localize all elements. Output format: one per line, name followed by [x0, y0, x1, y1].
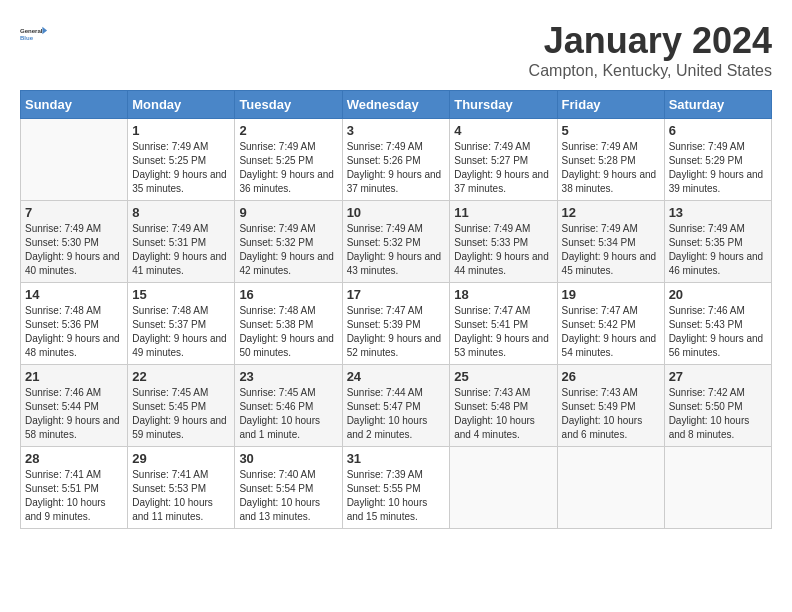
- day-daylight: Daylight: 9 hours and 37 minutes.: [347, 169, 442, 194]
- day-number: 1: [132, 123, 230, 138]
- calendar-cell: 20 Sunrise: 7:46 AM Sunset: 5:43 PM Dayl…: [664, 283, 771, 365]
- day-number: 20: [669, 287, 767, 302]
- calendar-cell: 7 Sunrise: 7:49 AM Sunset: 5:30 PM Dayli…: [21, 201, 128, 283]
- day-number: 27: [669, 369, 767, 384]
- day-sunrise: Sunrise: 7:49 AM: [239, 141, 315, 152]
- day-sunrise: Sunrise: 7:49 AM: [669, 141, 745, 152]
- day-sunset: Sunset: 5:25 PM: [239, 155, 313, 166]
- day-sunset: Sunset: 5:34 PM: [562, 237, 636, 248]
- header: GeneralBlue January 2024 Campton, Kentuc…: [20, 20, 772, 80]
- calendar-cell: 3 Sunrise: 7:49 AM Sunset: 5:26 PM Dayli…: [342, 119, 450, 201]
- day-sunrise: Sunrise: 7:43 AM: [562, 387, 638, 398]
- day-sunset: Sunset: 5:44 PM: [25, 401, 99, 412]
- day-sunset: Sunset: 5:29 PM: [669, 155, 743, 166]
- day-number: 11: [454, 205, 552, 220]
- day-daylight: Daylight: 9 hours and 58 minutes.: [25, 415, 120, 440]
- day-sunset: Sunset: 5:55 PM: [347, 483, 421, 494]
- day-number: 29: [132, 451, 230, 466]
- day-daylight: Daylight: 9 hours and 52 minutes.: [347, 333, 442, 358]
- day-sunrise: Sunrise: 7:40 AM: [239, 469, 315, 480]
- day-sunrise: Sunrise: 7:47 AM: [562, 305, 638, 316]
- day-sunset: Sunset: 5:28 PM: [562, 155, 636, 166]
- calendar-cell: 2 Sunrise: 7:49 AM Sunset: 5:25 PM Dayli…: [235, 119, 342, 201]
- calendar-cell: [450, 447, 557, 529]
- day-sunrise: Sunrise: 7:47 AM: [454, 305, 530, 316]
- day-number: 30: [239, 451, 337, 466]
- calendar-cell: 10 Sunrise: 7:49 AM Sunset: 5:32 PM Dayl…: [342, 201, 450, 283]
- day-sunset: Sunset: 5:45 PM: [132, 401, 206, 412]
- day-sunset: Sunset: 5:25 PM: [132, 155, 206, 166]
- calendar-cell: 30 Sunrise: 7:40 AM Sunset: 5:54 PM Dayl…: [235, 447, 342, 529]
- day-sunset: Sunset: 5:32 PM: [239, 237, 313, 248]
- day-number: 22: [132, 369, 230, 384]
- svg-text:Blue: Blue: [20, 35, 34, 41]
- title-section: January 2024 Campton, Kentucky, United S…: [529, 20, 772, 80]
- calendar-title: January 2024: [529, 20, 772, 62]
- day-sunset: Sunset: 5:51 PM: [25, 483, 99, 494]
- day-daylight: Daylight: 9 hours and 44 minutes.: [454, 251, 549, 276]
- calendar-cell: 1 Sunrise: 7:49 AM Sunset: 5:25 PM Dayli…: [128, 119, 235, 201]
- day-sunset: Sunset: 5:30 PM: [25, 237, 99, 248]
- day-number: 14: [25, 287, 123, 302]
- calendar-cell: 28 Sunrise: 7:41 AM Sunset: 5:51 PM Dayl…: [21, 447, 128, 529]
- day-sunrise: Sunrise: 7:47 AM: [347, 305, 423, 316]
- calendar-table: Sunday Monday Tuesday Wednesday Thursday…: [20, 90, 772, 529]
- logo: GeneralBlue: [20, 20, 48, 48]
- day-sunset: Sunset: 5:33 PM: [454, 237, 528, 248]
- col-saturday: Saturday: [664, 91, 771, 119]
- day-sunrise: Sunrise: 7:48 AM: [132, 305, 208, 316]
- calendar-cell: 15 Sunrise: 7:48 AM Sunset: 5:37 PM Dayl…: [128, 283, 235, 365]
- day-daylight: Daylight: 9 hours and 59 minutes.: [132, 415, 227, 440]
- day-sunrise: Sunrise: 7:49 AM: [669, 223, 745, 234]
- day-sunset: Sunset: 5:38 PM: [239, 319, 313, 330]
- calendar-cell: 6 Sunrise: 7:49 AM Sunset: 5:29 PM Dayli…: [664, 119, 771, 201]
- day-daylight: Daylight: 10 hours and 15 minutes.: [347, 497, 428, 522]
- svg-text:General: General: [20, 28, 43, 34]
- day-daylight: Daylight: 9 hours and 46 minutes.: [669, 251, 764, 276]
- calendar-cell: [557, 447, 664, 529]
- calendar-cell: 25 Sunrise: 7:43 AM Sunset: 5:48 PM Dayl…: [450, 365, 557, 447]
- calendar-cell: 22 Sunrise: 7:45 AM Sunset: 5:45 PM Dayl…: [128, 365, 235, 447]
- day-daylight: Daylight: 10 hours and 2 minutes.: [347, 415, 428, 440]
- header-row: Sunday Monday Tuesday Wednesday Thursday…: [21, 91, 772, 119]
- day-sunset: Sunset: 5:50 PM: [669, 401, 743, 412]
- calendar-cell: 23 Sunrise: 7:45 AM Sunset: 5:46 PM Dayl…: [235, 365, 342, 447]
- svg-marker-2: [42, 27, 47, 34]
- calendar-cell: 27 Sunrise: 7:42 AM Sunset: 5:50 PM Dayl…: [664, 365, 771, 447]
- col-monday: Monday: [128, 91, 235, 119]
- day-number: 19: [562, 287, 660, 302]
- day-daylight: Daylight: 9 hours and 49 minutes.: [132, 333, 227, 358]
- calendar-cell: 29 Sunrise: 7:41 AM Sunset: 5:53 PM Dayl…: [128, 447, 235, 529]
- calendar-cell: [21, 119, 128, 201]
- day-number: 23: [239, 369, 337, 384]
- day-sunrise: Sunrise: 7:49 AM: [454, 223, 530, 234]
- calendar-cell: 16 Sunrise: 7:48 AM Sunset: 5:38 PM Dayl…: [235, 283, 342, 365]
- day-number: 4: [454, 123, 552, 138]
- day-number: 6: [669, 123, 767, 138]
- week-row-1: 1 Sunrise: 7:49 AM Sunset: 5:25 PM Dayli…: [21, 119, 772, 201]
- day-sunrise: Sunrise: 7:43 AM: [454, 387, 530, 398]
- day-daylight: Daylight: 9 hours and 35 minutes.: [132, 169, 227, 194]
- calendar-cell: 18 Sunrise: 7:47 AM Sunset: 5:41 PM Dayl…: [450, 283, 557, 365]
- day-sunrise: Sunrise: 7:41 AM: [132, 469, 208, 480]
- day-daylight: Daylight: 10 hours and 13 minutes.: [239, 497, 320, 522]
- day-sunrise: Sunrise: 7:48 AM: [25, 305, 101, 316]
- col-wednesday: Wednesday: [342, 91, 450, 119]
- logo-icon: GeneralBlue: [20, 20, 48, 48]
- day-number: 2: [239, 123, 337, 138]
- day-daylight: Daylight: 9 hours and 37 minutes.: [454, 169, 549, 194]
- day-sunset: Sunset: 5:41 PM: [454, 319, 528, 330]
- calendar-cell: 24 Sunrise: 7:44 AM Sunset: 5:47 PM Dayl…: [342, 365, 450, 447]
- calendar-cell: 26 Sunrise: 7:43 AM Sunset: 5:49 PM Dayl…: [557, 365, 664, 447]
- day-sunrise: Sunrise: 7:46 AM: [669, 305, 745, 316]
- day-number: 3: [347, 123, 446, 138]
- day-number: 8: [132, 205, 230, 220]
- day-number: 13: [669, 205, 767, 220]
- day-sunset: Sunset: 5:32 PM: [347, 237, 421, 248]
- day-sunrise: Sunrise: 7:49 AM: [562, 223, 638, 234]
- day-sunrise: Sunrise: 7:49 AM: [132, 223, 208, 234]
- day-daylight: Daylight: 9 hours and 54 minutes.: [562, 333, 657, 358]
- day-sunset: Sunset: 5:43 PM: [669, 319, 743, 330]
- day-number: 28: [25, 451, 123, 466]
- day-sunset: Sunset: 5:49 PM: [562, 401, 636, 412]
